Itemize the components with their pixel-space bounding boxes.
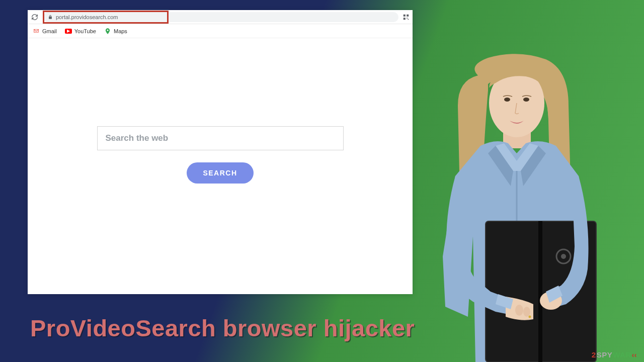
bookmark-youtube[interactable]: ▶ YouTube — [65, 28, 96, 34]
search-input[interactable] — [97, 126, 344, 150]
bookmark-gmail[interactable]: Gmail — [33, 28, 57, 35]
svg-point-10 — [523, 98, 529, 102]
svg-rect-3 — [407, 18, 408, 19]
svg-point-18 — [523, 307, 530, 317]
address-bar[interactable]: portal.providosearch.com — [43, 12, 398, 22]
url-text: portal.providosearch.com — [56, 14, 118, 20]
svg-rect-2 — [404, 18, 406, 20]
svg-point-17 — [515, 305, 523, 316]
watermark: 2 SPY WAR ‹‹ — [592, 350, 637, 359]
svg-rect-14 — [538, 221, 542, 362]
bookmark-label: YouTube — [74, 28, 96, 34]
search-button[interactable]: SEARCH — [187, 162, 253, 184]
watermark-part: 2 — [592, 350, 596, 359]
svg-point-6 — [107, 29, 109, 31]
youtube-icon: ▶ — [65, 29, 72, 34]
maps-icon — [104, 28, 111, 35]
watermark-arrow-icon: ‹‹ — [632, 351, 637, 359]
headline-text: ProVideoSearch browser hijacker — [30, 314, 415, 342]
reload-icon[interactable] — [31, 13, 39, 21]
svg-point-16 — [561, 254, 566, 259]
qr-icon[interactable] — [403, 14, 410, 21]
svg-point-9 — [504, 98, 510, 102]
page-content: SEARCH — [28, 38, 413, 294]
svg-rect-4 — [408, 19, 409, 20]
bookmark-maps[interactable]: Maps — [104, 28, 127, 35]
browser-window: portal.providosearch.com Gmail ▶ YouTube… — [28, 10, 413, 294]
browser-toolbar: portal.providosearch.com — [28, 10, 413, 24]
bookmark-label: Maps — [114, 28, 127, 34]
svg-rect-0 — [404, 14, 406, 16]
svg-point-20 — [529, 316, 531, 318]
person-illustration — [408, 45, 614, 362]
watermark-part: WAR — [613, 350, 631, 359]
bookmark-label: Gmail — [42, 28, 57, 34]
bookmarks-bar: Gmail ▶ YouTube Maps — [28, 24, 413, 38]
watermark-part: SPY — [597, 350, 613, 359]
gmail-icon — [33, 28, 40, 35]
svg-rect-1 — [407, 14, 409, 16]
lock-icon — [48, 15, 53, 20]
